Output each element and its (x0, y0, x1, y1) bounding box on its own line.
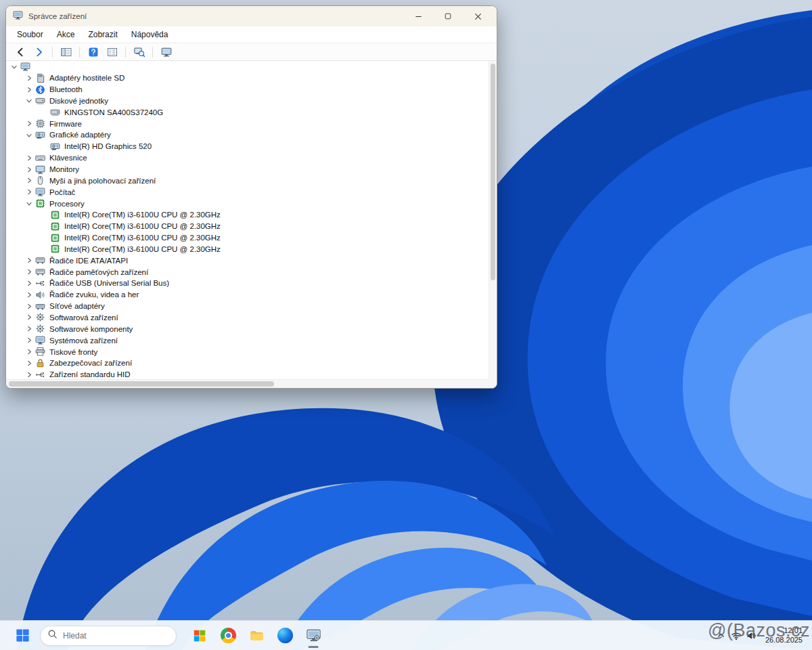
horizontal-scrollbar[interactable] (6, 379, 489, 388)
help-icon[interactable] (85, 45, 102, 60)
horizontal-scrollbar-thumb[interactable] (9, 381, 274, 387)
console-tree-icon[interactable] (58, 45, 74, 60)
chevron-right-icon[interactable] (24, 337, 35, 343)
search-box[interactable] (40, 626, 177, 646)
chevron-right-icon[interactable] (24, 360, 35, 366)
tree-item[interactable]: Zařízení standardu HID (6, 369, 489, 379)
tree-item[interactable]: KINGSTON SA400S37240G (6, 106, 489, 118)
cpu-icon (35, 198, 46, 209)
menu-item-soubor[interactable]: Soubor (10, 26, 50, 43)
computer-icon (20, 62, 31, 72)
tree-item[interactable]: Síťové adaptéry (6, 301, 489, 312)
tree-item[interactable]: Počítač (6, 186, 489, 198)
chevron-right-icon[interactable] (24, 121, 35, 127)
computer-icon (35, 335, 46, 345)
maximize-button[interactable] (433, 6, 463, 26)
browser-taskbar-button[interactable] (215, 623, 241, 649)
tree-item[interactable]: Intel(R) Core(TM) i3-6100U CPU @ 2.30GHz (6, 244, 489, 255)
menu-item-akce[interactable]: Akce (50, 26, 82, 43)
tree-item[interactable]: Firmware (6, 118, 489, 129)
tree-item-label: Řadiče zvuku, videa a her (46, 290, 139, 299)
start-button[interactable] (9, 623, 35, 649)
tree-item[interactable]: Intel(R) Core(TM) i3-6100U CPU @ 2.30GHz (6, 221, 489, 232)
tree-item-label: Intel(R) Core(TM) i3-6100U CPU @ 2.30GHz (61, 234, 221, 242)
tree-item[interactable]: Řadiče paměťových zařízení (6, 266, 489, 278)
tree-item[interactable]: Diskové jednotky (6, 95, 489, 107)
app-grid-taskbar-button[interactable] (187, 623, 212, 649)
minimize-button[interactable] (403, 6, 433, 26)
tree-item-label: Intel(R) Core(TM) i3-6100U CPU @ 2.30GHz (61, 245, 221, 253)
menu-item-napoveda[interactable]: Nápověda (125, 26, 175, 43)
watermark: @(Bazos.cz (708, 620, 810, 641)
chevron-right-icon[interactable] (24, 167, 35, 173)
tree-item[interactable]: Softwarové komponenty (6, 323, 489, 334)
chevron-down-icon[interactable] (12, 61, 18, 72)
file-explorer-taskbar-button[interactable] (244, 623, 269, 649)
chevron-right-icon[interactable] (24, 372, 35, 378)
chevron-down-icon[interactable] (26, 129, 32, 140)
chevron-down-icon[interactable] (26, 95, 32, 106)
tree-item[interactable]: Adaptéry hostitele SD (6, 72, 489, 84)
tree-item-label: Bluetooth (46, 85, 83, 93)
tree-item[interactable]: Intel(R) Core(TM) i3-6100U CPU @ 2.30GHz (6, 232, 489, 244)
tree-item[interactable]: Procesory (6, 198, 489, 209)
tree-item[interactable]: Bluetooth (6, 84, 489, 95)
chevron-right-icon[interactable] (24, 349, 35, 355)
chevron-right-icon[interactable] (24, 257, 35, 263)
menubar: Soubor Akce Zobrazit Nápověda (6, 26, 497, 43)
tree-item[interactable]: Intel(R) Core(TM) i3-6100U CPU @ 2.30GHz (6, 209, 489, 221)
search-input[interactable] (63, 631, 164, 641)
menu-item-zobrazit[interactable]: Zobrazit (81, 26, 124, 43)
monitor-icon (35, 165, 46, 175)
tree-item[interactable]: Řadiče IDE ATA/ATAPI (6, 255, 489, 266)
chevron-right-icon[interactable] (24, 177, 35, 183)
tree-item[interactable]: Zabezpečovací zařízení (6, 358, 489, 369)
chevron-right-icon[interactable] (24, 269, 35, 275)
software-icon (35, 312, 46, 322)
taskbar-apps (187, 623, 326, 649)
chevron-right-icon[interactable] (24, 292, 35, 298)
titlebar[interactable]: Správce zařízení (6, 6, 497, 26)
tree-item-label: Firmware (46, 120, 82, 128)
tree-item[interactable]: Řadiče zvuku, videa a her (6, 289, 489, 301)
scan-hardware-icon[interactable] (131, 45, 148, 60)
tree-item[interactable]: Tiskové fronty (6, 346, 489, 358)
chevron-right-icon[interactable] (24, 280, 35, 286)
tree-item-label: Zařízení standardu HID (46, 370, 131, 378)
list-view-icon[interactable] (104, 45, 120, 60)
usb-icon (35, 370, 46, 379)
tree-item-label: Monitory (46, 165, 79, 173)
chevron-right-icon[interactable] (24, 314, 35, 320)
tree-item[interactable] (6, 61, 489, 72)
chevron-right-icon[interactable] (24, 75, 35, 81)
usb-icon (35, 278, 46, 288)
edge-taskbar-button[interactable] (272, 623, 298, 649)
vertical-scrollbar-thumb[interactable] (491, 64, 495, 280)
tree-item[interactable]: Řadiče USB (Universal Serial Bus) (6, 278, 489, 289)
device-manager-taskbar-button[interactable] (300, 623, 326, 649)
cpu-icon (49, 244, 61, 254)
monitor-view-icon[interactable] (158, 45, 175, 60)
chevron-right-icon[interactable] (24, 155, 35, 161)
tree-item[interactable]: Systémová zařízení (6, 334, 489, 346)
tree-item[interactable]: Intel(R) HD Graphics 520 (6, 141, 489, 152)
device-tree: Adaptéry hostitele SDBluetoothDiskové je… (6, 61, 489, 379)
chevron-right-icon[interactable] (24, 303, 35, 309)
toolbar-separator (52, 47, 53, 58)
printer-icon (35, 347, 46, 357)
tree-item[interactable]: Myši a jiná polohovací zařízení (6, 175, 489, 186)
chevron-right-icon[interactable] (24, 87, 35, 93)
tree-item[interactable]: Monitory (6, 164, 489, 175)
chevron-right-icon[interactable] (24, 189, 35, 195)
chevron-right-icon[interactable] (24, 326, 35, 332)
tree-item[interactable]: Klávesnice (6, 152, 489, 164)
tree-item[interactable]: Softwarová zařízení (6, 312, 489, 324)
vertical-scrollbar[interactable] (489, 61, 497, 379)
chevron-down-icon[interactable] (26, 198, 32, 209)
keyboard-icon (35, 153, 46, 163)
tree-item-label: Klávesnice (46, 154, 87, 162)
back-icon[interactable] (12, 45, 28, 60)
tree-item[interactable]: Grafické adaptéry (6, 129, 489, 141)
close-button[interactable] (463, 6, 493, 26)
forward-icon[interactable] (30, 45, 47, 60)
